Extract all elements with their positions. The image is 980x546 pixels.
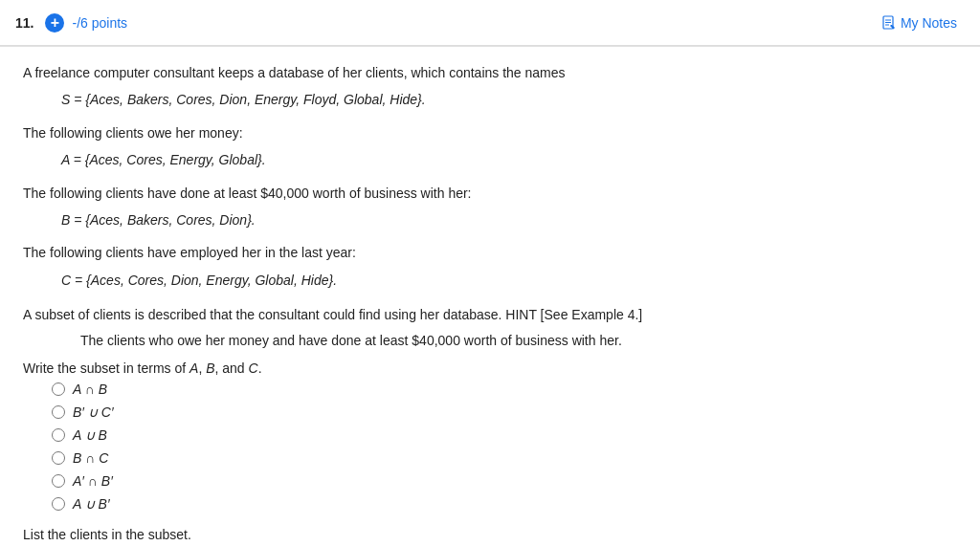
set-a-var: A	[61, 152, 70, 167]
radio-label-3: A ∪ B	[73, 427, 107, 443]
intro-text: A freelance computer consultant keeps a …	[23, 62, 957, 83]
radio-label-1: A ∩ B	[73, 382, 107, 397]
write-label: Write the subset in terms of A, B, and C…	[23, 360, 957, 376]
radio-input-2[interactable]	[52, 405, 65, 419]
radio-group-expressions: A ∩ B B′ ∪ C′ A ∪ B B ∩ C A′ ∩ B′ A ∪ B′	[52, 382, 957, 512]
set-s-line: S = {Aces, Bakers, Cores, Dion, Energy, …	[61, 89, 957, 110]
hint-text: A subset of clients is described that th…	[23, 304, 957, 325]
money-label: The following clients owe her money:	[23, 122, 957, 143]
list-label: List the clients in the subset.	[23, 527, 957, 542]
set-s-value: = {Aces, Bakers, Cores, Dion, Energy, Fl…	[74, 92, 425, 107]
subset-description: The clients who owe her money and have d…	[80, 330, 957, 351]
radio-input-1[interactable]	[52, 382, 65, 396]
radio-option-2[interactable]: B′ ∪ C′	[52, 404, 957, 420]
set-c-value: = {Aces, Cores, Dion, Energy, Global, Hi…	[75, 273, 337, 288]
notes-icon	[881, 15, 897, 31]
set-a-line: A = {Aces, Cores, Energy, Global}.	[61, 149, 957, 170]
radio-label-2: B′ ∪ C′	[73, 404, 114, 420]
radio-option-3[interactable]: A ∪ B	[52, 427, 957, 443]
top-bar-left: 11. + -/6 points	[15, 13, 127, 33]
business-label: The following clients have done at least…	[23, 183, 957, 204]
radio-option-1[interactable]: A ∩ B	[52, 382, 957, 397]
radio-option-6[interactable]: A ∪ B′	[52, 496, 957, 512]
set-b-var: B	[61, 212, 70, 228]
radio-label-4: B ∩ C	[73, 450, 108, 466]
radio-input-3[interactable]	[52, 428, 65, 442]
radio-option-5[interactable]: A′ ∩ B′	[52, 473, 957, 489]
radio-input-6[interactable]	[52, 497, 65, 511]
top-bar: 11. + -/6 points My Notes	[0, 0, 980, 46]
question-number: 11.	[15, 15, 33, 31]
employed-label: The following clients have employed her …	[23, 242, 957, 263]
list-section: List the clients in the subset. {Aces, E…	[23, 527, 957, 546]
set-a-value: = {Aces, Cores, Energy, Global}.	[74, 152, 266, 167]
content-area: A freelance computer consultant keeps a …	[0, 47, 980, 546]
add-button[interactable]: +	[45, 13, 64, 33]
radio-label-6: A ∪ B′	[73, 496, 110, 512]
notes-label: My Notes	[901, 15, 957, 31]
set-s-var: S	[61, 92, 70, 107]
radio-option-4[interactable]: B ∩ C	[52, 450, 957, 466]
radio-input-5[interactable]	[52, 474, 65, 488]
radio-input-4[interactable]	[52, 451, 65, 465]
radio-label-5: A′ ∩ B′	[73, 473, 113, 489]
my-notes-button[interactable]: My Notes	[874, 11, 965, 34]
set-c-line: C = {Aces, Cores, Dion, Energy, Global, …	[61, 270, 957, 291]
set-c-var: C	[61, 273, 71, 288]
set-b-line: B = {Aces, Bakers, Cores, Dion}.	[61, 209, 957, 230]
set-b-value: = {Aces, Bakers, Cores, Dion}.	[74, 212, 255, 228]
points-label[interactable]: -/6 points	[72, 15, 127, 31]
